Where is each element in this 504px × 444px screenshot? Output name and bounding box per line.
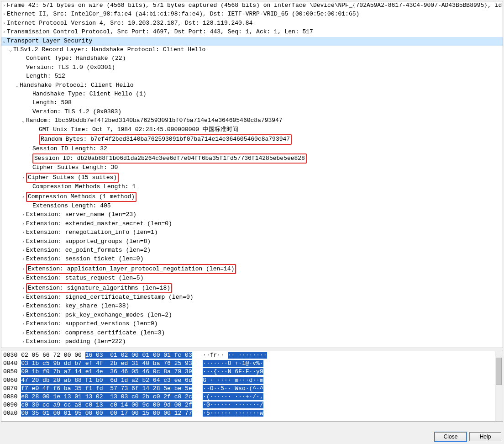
chevron-right-icon[interactable]: › (21, 238, 26, 246)
chevron-right-icon[interactable]: › (21, 193, 26, 201)
tree-row-hs-len[interactable]: ·Length: 508 (1, 99, 503, 107)
chevron-right-icon[interactable]: › (21, 211, 26, 219)
ext-label: Extension: padding (len=222) (26, 338, 126, 345)
chevron-down-icon[interactable]: ⌄ (21, 117, 26, 125)
ext-label: Extension: supported_versions (len=9) (26, 320, 158, 327)
hex-row[interactable]: 006047 20 db 20 ab 88 f1 b0 6d 1d a2 b2 … (3, 376, 501, 385)
tree-row-ext-8[interactable]: ›Extension: status_request (len=5) (1, 274, 503, 283)
tree-row-ethernet[interactable]: ›Ethernet II, Src: IntelCor_98:fa:e4 (a4… (1, 10, 503, 19)
tree-row-ext-7[interactable]: ›Extension: application_layer_protocol_n… (1, 264, 503, 274)
ext-label: Extension: server_name (len=23) (26, 211, 136, 218)
tree-row-content-type[interactable]: ·Content Type: Handshake (22) (1, 54, 503, 63)
chevron-right-icon[interactable]: › (21, 255, 26, 264)
tree-row-ext-3[interactable]: ›Extension: renegotiation_info (len=1) (1, 228, 503, 237)
chevron-right-icon[interactable]: › (21, 302, 26, 311)
tree-row-ext-12[interactable]: ›Extension: psk_key_exchange_modes (len=… (1, 311, 503, 320)
tree-row-random-bytes[interactable]: ·Random Bytes: b7ef4f2bed3140ba762593091… (1, 134, 503, 144)
tree-row-cipher-suites[interactable]: ›Cipher Suites (15 suites) (1, 173, 503, 183)
tree-row-hs-type[interactable]: ·Handshake Type: Client Hello (1) (1, 90, 503, 99)
chevron-right-icon[interactable]: › (1, 28, 7, 37)
tree-row-record[interactable]: ⌄TLSv1.2 Record Layer: Handshake Protoco… (1, 46, 503, 54)
random-label: Random: 1bc59bddb7ef4f2bed3140ba76259309… (26, 117, 283, 124)
hex-ascii-selected: ·5······ ·······w (203, 410, 263, 417)
tree-row-ext-4[interactable]: ›Extension: supported_groups (len=8) (1, 238, 503, 246)
vertical-scrollbar[interactable] (495, 351, 502, 421)
tree-row-ext-6[interactable]: ›Extension: session_ticket (len=0) (1, 255, 503, 264)
hex-row[interactable]: 003002 05 66 72 00 00 16 03 01 02 00 01 … (3, 351, 501, 359)
chevron-down-icon[interactable]: ⌄ (8, 46, 13, 54)
tree-row-tcp[interactable]: ›Transmission Control Protocol, Src Port… (1, 28, 503, 37)
tree-row-tls[interactable]: ⌄Transport Layer Security (1, 37, 503, 46)
chevron-right-icon[interactable]: › (21, 285, 26, 293)
hex-row[interactable]: 00a000 35 01 00 01 95 00 00 00 17 00 15 … (3, 409, 501, 418)
tree-row-ja3-full[interactable]: ·[JA3 Fullstring: 771,4865-4866-4867-491… (1, 346, 503, 348)
hex-bytes-selected: 03 1b c5 9b dd b7 ef 4f 2b ed 31 40 ba 7… (21, 360, 192, 367)
hex-row[interactable]: 0080e8 28 00 1e 13 01 13 02 13 03 c0 2b … (3, 393, 501, 401)
tree-row-sessid-len[interactable]: ·Session ID Length: 32 (1, 145, 503, 153)
chevron-right-icon[interactable]: › (21, 329, 26, 338)
help-button[interactable]: Help (469, 432, 501, 441)
hex-ascii-selected: ···{···N 6F·F··y9 (203, 368, 263, 375)
tree-row-compress-methods[interactable]: ›Compression Methods (1 method) (1, 192, 503, 202)
tree-row-rec-version[interactable]: ·Version: TLS 1.0 (0x0301) (1, 63, 503, 72)
hex-row[interactable]: 005009 1b f0 7b a7 14 e1 4e 36 46 05 46 … (3, 368, 501, 376)
tree-row-handshake[interactable]: ⌄Handshake Protocol: Client Hello (1, 81, 503, 90)
tree-row-ext-1[interactable]: ›Extension: server_name (len=23) (1, 211, 503, 219)
tree-row-ext-2[interactable]: ›Extension: extended_master_secret (len=… (1, 220, 503, 228)
tree-row-ext-5[interactable]: ›Extension: ec_point_formats (len=2) (1, 246, 503, 255)
tree-row-ext-11[interactable]: ›Extension: key_share (len=38) (1, 302, 503, 311)
compress-len-label: Compression Methods Length: 1 (32, 183, 136, 190)
tree-row-hs-ver[interactable]: ·Version: TLS 1.2 (0x0303) (1, 108, 503, 116)
chevron-right-icon[interactable]: › (21, 220, 26, 228)
tree-row-compress-len[interactable]: ·Compression Methods Length: 1 (1, 183, 503, 191)
hex-bytes-selected: 47 20 db 20 ab 88 f1 b0 6d 1d a2 b2 64 c… (21, 377, 192, 384)
chevron-right-icon[interactable]: › (21, 275, 26, 283)
button-bar: Close Help (435, 432, 501, 441)
chevron-right-icon[interactable]: › (1, 20, 7, 28)
close-button[interactable]: Close (435, 432, 467, 441)
tree-row-ext-14[interactable]: ›Extension: compress_certificate (len=3) (1, 329, 503, 338)
tree-row-rec-length[interactable]: ·Length: 512 (1, 72, 503, 81)
tree-row-ext-9[interactable]: ›Extension: signature_algorithms (len=18… (1, 283, 503, 293)
tree-row-ext-len[interactable]: ·Extensions Length: 405 (1, 202, 503, 211)
cipher-len-label: Cipher Suites Length: 30 (32, 164, 118, 171)
chevron-right-icon[interactable]: › (21, 338, 26, 346)
content-type-label: Content Type: Handshake (22) (26, 55, 126, 62)
chevron-right-icon[interactable]: › (21, 294, 26, 302)
hex-offset: 0090 (3, 402, 21, 408)
tree-row-random[interactable]: ⌄Random: 1bc59bddb7ef4f2bed3140ba7625930… (1, 116, 503, 125)
tree-row-ip[interactable]: ›Internet Protocol Version 4, Src: 10.20… (1, 19, 503, 28)
compress-methods-label: Compression Methods (1 method) (26, 192, 136, 202)
chevron-right-icon[interactable]: › (21, 174, 26, 182)
hex-bytes-selected: 09 1b f0 7b a7 14 e1 4e 36 46 05 46 0c 8… (21, 368, 192, 375)
record-label: TLSv1.2 Record Layer: Handshake Protocol… (13, 46, 205, 53)
chevron-down-icon[interactable]: ⌄ (1, 37, 7, 46)
ext-label: Extension: supported_groups (len=8) (26, 238, 151, 245)
hex-row[interactable]: 0070f7 e0 4f f6 ba 35 f1 fd 57 73 6f 14 … (3, 385, 501, 393)
ext-label: Extension: session_ticket (len=0) (26, 255, 143, 262)
tree-row-ext-15[interactable]: ›Extension: padding (len=222) (1, 338, 503, 346)
chevron-right-icon[interactable]: › (21, 247, 26, 255)
chevron-right-icon[interactable]: › (1, 2, 7, 10)
hex-dump[interactable]: 003002 05 66 72 00 00 16 03 01 02 00 01 … (1, 350, 503, 422)
tree-row-ext-10[interactable]: ›Extension: signed_certificate_timestamp… (1, 293, 503, 302)
chevron-down-icon[interactable]: ⌄ (14, 82, 20, 90)
tree-row-frame[interactable]: ›Frame 42: 571 bytes on wire (4568 bits)… (1, 1, 503, 10)
ja3-full-label: [JA3 Fullstring: 771,4865-4866-4867-4919… (32, 347, 503, 348)
tree-row-cipher-len[interactable]: ·Cipher Suites Length: 30 (1, 164, 503, 172)
protocol-tree[interactable]: ›Frame 42: 571 bytes on wire (4568 bits)… (1, 1, 503, 348)
chevron-right-icon[interactable]: › (21, 229, 26, 237)
chevron-right-icon[interactable]: › (21, 312, 26, 320)
tree-row-gmt[interactable]: ·GMT Unix Time: Oct 7, 1984 02:28:45.000… (1, 126, 503, 134)
hex-row[interactable]: 004003 1b c5 9b dd b7 ef 4f 2b ed 31 40 … (3, 359, 501, 368)
hex-row[interactable]: 0090c0 30 cc a9 cc a8 c0 13 c0 14 00 9c … (3, 401, 501, 409)
tree-row-ext-13[interactable]: ›Extension: supported_versions (len=9) (1, 320, 503, 328)
ext-label: Extension: extended_master_secret (len=0… (26, 220, 172, 227)
chevron-right-icon[interactable]: › (21, 320, 26, 328)
scroll-thumb[interactable] (496, 358, 502, 385)
tree-row-sessid[interactable]: ·Session ID: db20ab88f1b06d1da2b264c3ee6… (1, 153, 503, 164)
ext-label: Extension: renegotiation_info (len=1) (26, 229, 158, 236)
chevron-right-icon[interactable]: › (21, 265, 26, 274)
chevron-right-icon[interactable]: › (1, 11, 7, 19)
tls-label: Transport Layer Security (7, 37, 92, 44)
